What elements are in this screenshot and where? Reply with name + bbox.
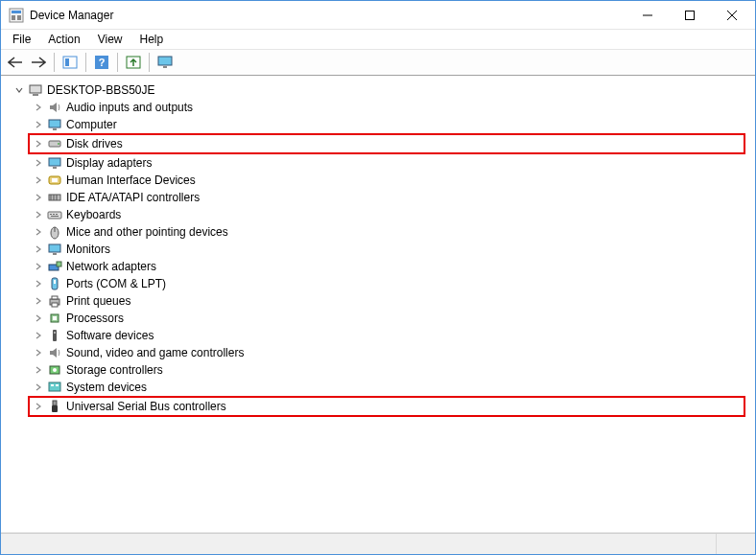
tree-item[interactable]: Ports (COM & LPT) (32, 275, 745, 292)
tree-item[interactable]: Keyboards (32, 206, 745, 223)
speaker-icon (47, 100, 62, 115)
tree-item[interactable]: Print queues (32, 292, 745, 310)
svg-rect-13 (158, 57, 172, 65)
svg-rect-54 (53, 401, 57, 405)
menu-file[interactable]: File (5, 31, 38, 48)
printer-icon (47, 293, 62, 309)
svg-rect-36 (49, 244, 60, 252)
svg-rect-1 (12, 11, 21, 13)
tree-item[interactable]: Network adapters (32, 258, 745, 275)
chevron-right-icon[interactable] (32, 191, 45, 204)
tree-item-label: IDE ATA/ATAPI controllers (66, 191, 200, 204)
chevron-right-icon[interactable] (32, 312, 45, 325)
menubar: File Action View Help (1, 30, 755, 49)
chevron-right-icon[interactable] (32, 329, 45, 342)
chevron-right-icon[interactable] (32, 156, 45, 170)
maximize-button[interactable] (669, 2, 711, 29)
toolbar: ? (1, 49, 755, 76)
svg-rect-47 (53, 330, 57, 341)
svg-rect-31 (53, 214, 55, 215)
usb-icon (47, 399, 62, 414)
chevron-right-icon[interactable] (32, 346, 45, 359)
chevron-right-icon[interactable] (32, 363, 45, 377)
window-controls (626, 2, 753, 29)
svg-point-50 (53, 368, 57, 372)
show-hide-console-button[interactable] (59, 52, 81, 73)
tree-item[interactable]: Human Interface Devices (32, 172, 745, 189)
network-icon (47, 259, 62, 274)
tree-item-label: Monitors (66, 243, 110, 256)
tree-item[interactable]: System devices (32, 379, 745, 396)
tree-item[interactable]: Monitors (32, 241, 745, 258)
tree-item-label: Storage controllers (66, 363, 163, 377)
scan-hardware-button[interactable] (123, 52, 144, 73)
tree-item-label: Disk drives (66, 137, 123, 150)
svg-rect-21 (49, 158, 60, 166)
close-button[interactable] (711, 2, 753, 29)
svg-rect-43 (52, 296, 58, 299)
chevron-right-icon[interactable] (32, 400, 45, 413)
chevron-right-icon[interactable] (32, 277, 45, 290)
back-button[interactable] (5, 52, 26, 73)
tree-item-label: Software devices (66, 329, 154, 342)
tree-item-label: Keyboards (66, 208, 121, 221)
computer-icon (28, 82, 43, 98)
chevron-right-icon[interactable] (32, 294, 45, 308)
tree-item[interactable]: Mice and other pointing devices (32, 223, 745, 241)
tree-item[interactable]: Sound, video and game controllers (32, 344, 745, 361)
tree-item[interactable]: Universal Serial Bus controllers (28, 396, 745, 417)
tree-item[interactable]: Storage controllers (32, 361, 745, 379)
monitor-icon (47, 242, 62, 257)
svg-rect-30 (50, 214, 52, 215)
forward-button[interactable] (28, 52, 49, 73)
tree-item[interactable]: IDE ATA/ATAPI controllers (32, 189, 745, 206)
monitor-button[interactable] (154, 52, 176, 73)
chevron-down-icon[interactable] (12, 83, 26, 97)
tree-item-label: Ports (COM & LPT) (66, 277, 166, 290)
svg-point-20 (58, 143, 59, 145)
status-cell (717, 534, 755, 554)
tree-item[interactable]: Software devices (32, 327, 745, 344)
chevron-right-icon[interactable] (32, 208, 45, 221)
svg-rect-51 (49, 382, 60, 391)
svg-rect-55 (52, 405, 58, 412)
menu-action[interactable]: Action (40, 31, 87, 48)
tree-item[interactable]: Computer (32, 116, 745, 133)
svg-rect-14 (163, 66, 167, 68)
system-icon (47, 380, 62, 395)
chevron-right-icon[interactable] (32, 225, 45, 239)
svg-rect-22 (53, 167, 57, 169)
keyboard-icon (47, 207, 62, 222)
monitor-icon (47, 155, 62, 171)
svg-rect-3 (17, 15, 21, 20)
chevron-right-icon[interactable] (32, 260, 45, 273)
hid-icon (47, 173, 62, 188)
chevron-right-icon[interactable] (32, 101, 45, 114)
chevron-right-icon[interactable] (32, 137, 45, 150)
tree-root[interactable]: DESKTOP-BBS50JE (12, 81, 745, 99)
chevron-right-icon[interactable] (32, 118, 45, 131)
svg-rect-46 (53, 316, 57, 320)
tree-item[interactable]: Audio inputs and outputs (32, 99, 745, 116)
tree-item-label: Network adapters (66, 260, 156, 273)
mouse-icon (47, 224, 62, 240)
titlebar: Device Manager (1, 1, 755, 30)
device-tree-panel: DESKTOP-BBS50JE Audio inputs and outputs… (1, 76, 755, 533)
svg-rect-9 (65, 58, 69, 66)
svg-rect-41 (54, 280, 56, 284)
tree-item[interactable]: Display adapters (32, 154, 745, 172)
chevron-right-icon[interactable] (32, 173, 45, 187)
statusbar (1, 533, 755, 554)
tree-item[interactable]: Processors (32, 310, 745, 327)
help-button[interactable]: ? (91, 52, 112, 73)
svg-rect-2 (12, 15, 15, 20)
minimize-button[interactable] (626, 2, 669, 29)
menu-help[interactable]: Help (132, 31, 172, 48)
chevron-right-icon[interactable] (32, 381, 45, 394)
tree-item-label: Sound, video and game controllers (66, 346, 244, 359)
tree-item-label: Audio inputs and outputs (66, 101, 193, 114)
tree-item[interactable]: Disk drives (28, 133, 745, 154)
menu-view[interactable]: View (90, 31, 130, 48)
chevron-right-icon[interactable] (32, 243, 45, 256)
drive-icon (47, 136, 62, 151)
